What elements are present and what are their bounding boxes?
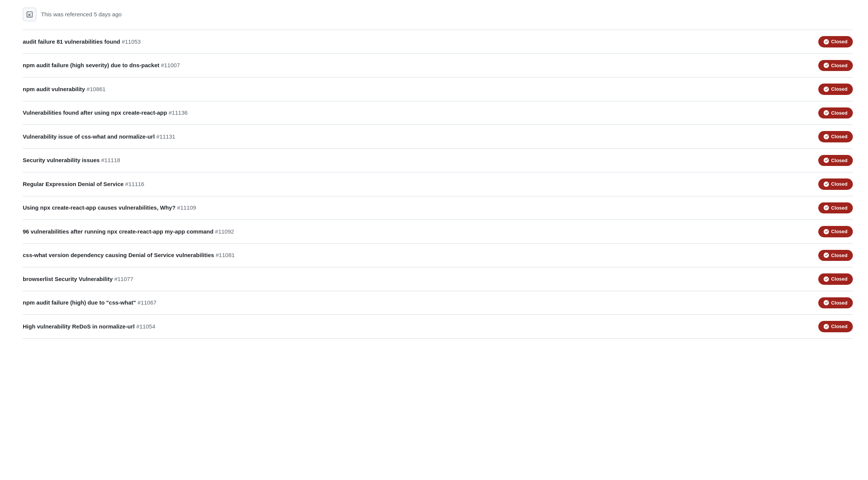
issue-row: css-what version dependency causing Deni… [23, 244, 853, 268]
closed-badge[interactable]: Closed [818, 226, 853, 237]
closed-badge-label: Closed [831, 275, 848, 283]
closed-badge[interactable]: Closed [818, 178, 853, 190]
check-circle-icon [824, 39, 829, 44]
issue-number: #11077 [114, 276, 133, 282]
check-circle-icon [824, 229, 829, 234]
issue-title[interactable]: browserlist Security Vulnerability #1107… [23, 275, 811, 284]
closed-badge-label: Closed [831, 133, 848, 141]
check-circle-icon [824, 300, 829, 305]
check-circle-icon [824, 205, 829, 210]
closed-badge[interactable]: Closed [818, 155, 853, 166]
check-circle-icon [824, 324, 829, 329]
closed-badge-label: Closed [831, 85, 848, 93]
issue-row: Using npx create-react-app causes vulner… [23, 196, 853, 220]
closed-badge-label: Closed [831, 323, 848, 330]
closed-badge[interactable]: Closed [818, 131, 853, 142]
closed-badge[interactable]: Closed [818, 250, 853, 261]
issue-row: npm audit failure (high) due to "css-wha… [23, 291, 853, 315]
issue-number: #11092 [215, 228, 234, 235]
cross-reference-icon [26, 11, 33, 18]
issue-row: 96 vulnerabilities after running npx cre… [23, 220, 853, 244]
issue-title[interactable]: npm audit vulnerability #10861 [23, 85, 811, 94]
closed-badge-label: Closed [831, 252, 848, 259]
issue-number: #11054 [136, 323, 155, 330]
issue-title[interactable]: Vulnerabilities found after using npx cr… [23, 109, 811, 117]
main-container: This was referenced 5 days ago audit fai… [0, 0, 868, 346]
closed-badge-label: Closed [831, 157, 848, 164]
check-circle-icon [824, 134, 829, 139]
closed-badge-label: Closed [831, 228, 848, 235]
issue-title[interactable]: css-what version dependency causing Deni… [23, 251, 811, 260]
issue-number: #11109 [177, 204, 196, 211]
reference-text: This was referenced 5 days ago [41, 10, 122, 19]
closed-badge-label: Closed [831, 204, 848, 212]
closed-badge[interactable]: Closed [818, 202, 853, 214]
issue-number: #11116 [125, 181, 144, 187]
issue-number: #11131 [156, 133, 175, 140]
check-circle-icon [824, 276, 829, 282]
issue-number: #10861 [86, 86, 105, 92]
issue-title[interactable]: Regular Expression Denial of Service #11… [23, 180, 811, 189]
issue-number: #11053 [122, 38, 141, 45]
issue-row: audit failure 81 vulnerabilities found #… [23, 30, 853, 54]
issue-row: npm audit vulnerability #10861 Closed [23, 77, 853, 101]
issue-title[interactable]: Vulnerability issue of css-what and norm… [23, 133, 811, 141]
issue-number: #11067 [138, 299, 157, 306]
reference-icon-wrapper [23, 8, 36, 21]
closed-badge[interactable]: Closed [818, 60, 853, 71]
check-circle-icon [824, 63, 829, 68]
check-circle-icon [824, 253, 829, 258]
issue-number: #11136 [169, 109, 188, 116]
closed-badge-label: Closed [831, 109, 848, 117]
issue-row: High vulnerability ReDoS in normalize-ur… [23, 315, 853, 339]
closed-badge-label: Closed [831, 38, 848, 46]
issue-title[interactable]: audit failure 81 vulnerabilities found #… [23, 38, 811, 46]
issue-number: #11118 [101, 157, 120, 163]
closed-badge-label: Closed [831, 62, 848, 69]
issue-number: #11081 [216, 252, 235, 258]
issue-row: Vulnerability issue of css-what and norm… [23, 125, 853, 149]
issue-number: #11007 [161, 62, 180, 68]
issue-title[interactable]: Using npx create-react-app causes vulner… [23, 204, 811, 212]
issue-title[interactable]: 96 vulnerabilities after running npx cre… [23, 227, 811, 236]
closed-badge[interactable]: Closed [818, 84, 853, 95]
closed-badge-label: Closed [831, 180, 848, 188]
closed-badge[interactable]: Closed [818, 273, 853, 285]
closed-badge-label: Closed [831, 299, 848, 307]
check-circle-icon [824, 87, 829, 92]
check-circle-icon [824, 182, 829, 187]
check-circle-icon [824, 110, 829, 115]
issue-row: Regular Expression Denial of Service #11… [23, 172, 853, 196]
closed-badge[interactable]: Closed [818, 321, 853, 332]
issue-title[interactable]: High vulnerability ReDoS in normalize-ur… [23, 322, 811, 331]
issue-title[interactable]: Security vulnerability issues #11118 [23, 156, 811, 165]
issue-list: audit failure 81 vulnerabilities found #… [23, 30, 853, 339]
issue-row: npm audit failure (high severity) due to… [23, 54, 853, 78]
check-circle-icon [824, 158, 829, 163]
issue-row: browserlist Security Vulnerability #1107… [23, 267, 853, 291]
issue-title[interactable]: npm audit failure (high severity) due to… [23, 61, 811, 70]
issue-title[interactable]: npm audit failure (high) due to "css-wha… [23, 298, 811, 307]
closed-badge[interactable]: Closed [818, 297, 853, 309]
reference-header: This was referenced 5 days ago [23, 8, 853, 23]
issue-row: Vulnerabilities found after using npx cr… [23, 101, 853, 125]
issue-row: Security vulnerability issues #11118 Clo… [23, 149, 853, 173]
closed-badge[interactable]: Closed [818, 107, 853, 119]
closed-badge[interactable]: Closed [818, 36, 853, 47]
